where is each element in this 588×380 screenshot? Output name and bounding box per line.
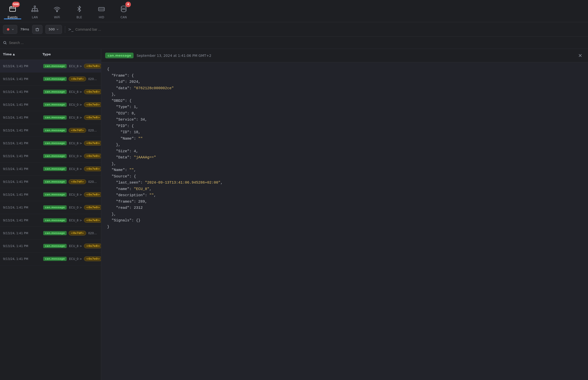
record-button[interactable] [3,25,17,34]
event-time: 9/13/24, 1:41 PM [3,232,41,235]
event-tag: <0x7e0> [84,256,101,261]
event-tag: <0x7e0> [84,102,101,107]
event-tag: <0x7e8> [84,89,101,94]
event-row[interactable]: 9/13/24, 1:41 PMcan.messageECU_8 ><0x7e8… [0,85,101,98]
event-tag: <0x7df> [69,231,86,235]
can-badge: 4 [125,2,131,7]
svg-rect-7 [37,10,38,12]
event-source: ECU_8 > [69,244,82,248]
search-bar [0,37,588,49]
event-type-badge: can.message [43,244,67,248]
event-row[interactable]: 9/13/24, 1:41 PMcan.message<0x7df>02010c [0,175,101,188]
nav-item-can[interactable]: 4 CAN [115,3,132,19]
event-type-badge: can.message [43,231,67,235]
nav-label-can: CAN [120,16,127,19]
clear-button[interactable] [32,25,42,34]
limit-button[interactable]: 500 [45,25,62,34]
event-row[interactable]: 9/13/24, 1:41 PMcan.messageECU_0 ><0x7e0… [0,253,101,265]
event-source: ECU_8 > [69,193,82,196]
event-time: 9/13/24, 1:41 PM [3,244,41,248]
svg-point-19 [121,6,126,8]
svg-rect-5 [32,10,33,12]
event-type-badge: can.message [43,64,67,68]
event-time: 9/13/24, 1:41 PM [3,167,41,171]
nav-item-hid[interactable]: HID [93,3,110,19]
event-tag: <0x7e0> [84,154,101,158]
event-time: 9/13/24, 1:41 PM [3,64,41,68]
interval-value: 79ms [20,27,29,31]
close-button[interactable]: ✕ [576,52,584,60]
event-time: 9/13/24, 1:41 PM [3,180,41,184]
svg-point-27 [4,41,6,43]
command-bar-input[interactable] [75,27,585,31]
event-tag: <0x7df> [69,77,86,81]
terminal-icon: >_ [68,27,73,32]
nav-label-hid: HID [99,16,104,19]
top-nav: 500 Events LAN [0,0,588,22]
detail-type-badge: can.message [105,53,134,58]
event-list-panel: Time ▲ Type 9/13/24, 1:41 PMcan.messageE… [0,49,101,380]
event-row[interactable]: 9/13/24, 1:41 PMcan.message<0x7df>02010c [0,124,101,137]
event-tag: <0x7e8> [84,218,101,223]
event-row[interactable]: 9/13/24, 1:41 PMcan.messageECU_8 ><0x7e8… [0,188,101,201]
event-time: 9/13/24, 1:41 PM [3,206,41,209]
ble-icon [75,5,83,13]
event-source: ECU_8 > [69,116,82,119]
col-time-header: Time ▲ [3,52,42,56]
nav-label-lan: LAN [32,16,38,19]
detail-panel: can.message September 13, 2024 at 1:41:0… [101,49,588,380]
event-source: ECU_0 > [69,154,82,158]
event-row[interactable]: 9/13/24, 1:41 PMcan.messageECU_8 ><0x7e8… [0,60,101,73]
events-badge: 500 [12,2,20,7]
event-time: 9/13/24, 1:41 PM [3,219,41,222]
event-source: ECU_0 > [69,206,82,209]
column-headers: Time ▲ Type [0,49,101,60]
event-tag: <0x7df> [69,128,86,133]
trash-icon [35,27,39,31]
event-tag: <0x7e0> [84,205,101,210]
event-row[interactable]: 9/13/24, 1:41 PMcan.messageECU_8 ><0x7e8… [0,214,101,227]
event-tag: <0x7e8> [84,192,101,197]
event-tag: <0x7e8> [84,64,101,68]
nav-label-ble: BLE [77,16,82,19]
event-tag: <0x7df> [69,179,86,184]
event-source: ECU_0 > [69,103,82,106]
event-row[interactable]: 9/13/24, 1:41 PMcan.messageECU_8 ><0x7e8… [0,111,101,124]
event-row[interactable]: 9/13/24, 1:41 PMcan.messageECU_0 ><0x7e0… [0,201,101,214]
svg-point-13 [57,11,58,12]
limit-value: 500 [49,27,55,31]
event-row[interactable]: 9/13/24, 1:41 PMcan.message<0x7df>02010c [0,227,101,240]
event-type-badge: can.message [43,180,67,184]
search-input[interactable] [9,41,585,45]
event-list: 9/13/24, 1:41 PMcan.messageECU_8 ><0x7e8… [0,60,101,265]
detail-header: can.message September 13, 2024 at 1:41:0… [101,49,588,62]
nav-item-events[interactable]: 500 Events [4,3,21,19]
event-row[interactable]: 9/13/24, 1:41 PMcan.messageECU_8 ><0x7e8… [0,137,101,150]
nav-item-lan[interactable]: LAN [26,3,43,19]
event-type-badge: can.message [43,167,67,171]
main-layout: Time ▲ Type 9/13/24, 1:41 PMcan.messageE… [0,49,588,380]
event-type-badge: can.message [43,115,67,120]
event-type-badge: can.message [43,141,67,145]
event-row[interactable]: 9/13/24, 1:41 PMcan.messageECU_8 ><0x7e8… [0,163,101,175]
event-tag: <0x7e8> [84,141,101,146]
active-bar [4,19,21,19]
event-row[interactable]: 9/13/24, 1:41 PMcan.messageECU_0 ><0x7e0… [0,150,101,163]
event-tag: <0x7e8> [84,244,101,248]
command-bar[interactable]: >_ [68,27,585,32]
event-tag: <0x7e8> [84,115,101,120]
event-row[interactable]: 9/13/24, 1:41 PMcan.messageECU_0 ><0x7e0… [0,98,101,111]
event-data: 02010c [88,129,98,132]
toolbar-divider [65,26,65,33]
toolbar: 79ms 500 >_ [0,22,588,37]
event-source: ECU_8 > [69,64,82,68]
event-row[interactable]: 9/13/24, 1:41 PMcan.messageECU_8 ><0x7e8… [0,240,101,253]
json-content: { "Frame": { "id": 2024, "data": "076212… [101,62,588,380]
event-data: 02010c [88,232,98,235]
event-row[interactable]: 9/13/24, 1:41 PMcan.message<0x7df>02010c [0,73,101,85]
event-type-badge: can.message [43,103,67,107]
event-time: 9/13/24, 1:41 PM [3,90,41,94]
hid-icon [98,5,105,13]
nav-item-ble[interactable]: BLE [71,3,88,19]
nav-item-wifi[interactable]: WiFi [48,3,66,19]
